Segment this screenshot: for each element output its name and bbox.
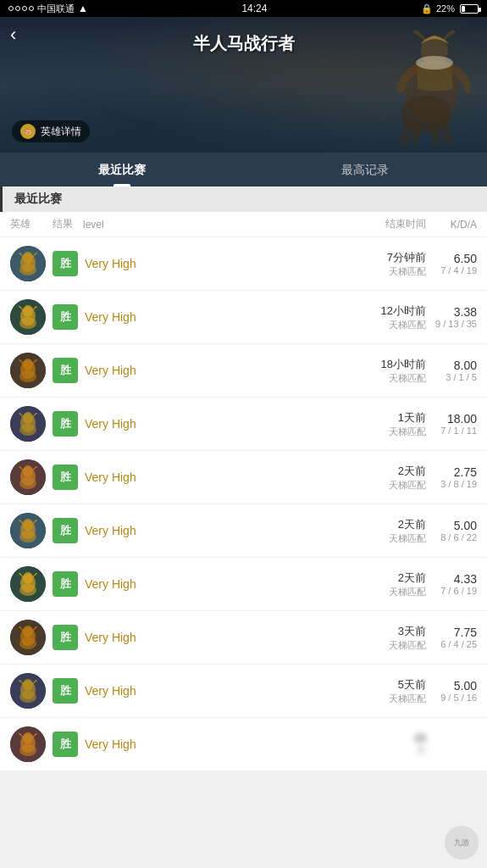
tab-recent[interactable]: 最近比赛	[0, 153, 244, 186]
match-time-block: 5天前 天梯匹配	[350, 677, 426, 705]
result-badge: 胜	[53, 304, 78, 330]
match-level: Very High	[85, 631, 350, 644]
match-time-main: 2天前	[350, 517, 426, 532]
match-level: Very High	[85, 364, 350, 377]
match-time-sub: 天梯匹配	[350, 586, 426, 598]
svg-point-42	[23, 732, 33, 744]
match-kda-block: 5.00 9 / 5 / 16	[426, 679, 477, 703]
match-time-sub: 天梯匹配	[350, 479, 426, 492]
match-time-main: 18小时前	[350, 357, 426, 372]
col-header-hero: 英雄	[10, 217, 53, 231]
svg-point-2	[416, 56, 453, 70]
match-kda-detail: 9 / 5 / 16	[426, 693, 477, 703]
svg-point-15	[19, 370, 36, 382]
signal-dot-3	[22, 6, 27, 11]
svg-point-7	[19, 264, 36, 275]
match-time-sub: 天	[350, 744, 426, 757]
hero-avatar	[10, 299, 46, 335]
signal-dot-1	[8, 6, 14, 11]
match-kda-ratio: 5.00	[426, 519, 477, 532]
hero-avatar	[10, 246, 46, 281]
hero-avatar	[10, 459, 46, 495]
hero-avatar	[10, 566, 46, 602]
battery-icon	[460, 4, 479, 14]
section-header: 最近比赛	[0, 186, 487, 212]
match-kda-ratio: 7.75	[426, 626, 477, 639]
svg-point-11	[19, 317, 36, 329]
wifi-icon: ▲	[78, 3, 88, 14]
table-row[interactable]: 胜 Very High 2天前 天梯匹配 5.00 8 / 6 / 22	[0, 504, 487, 558]
match-kda-detail: 3 / 1 / 5	[426, 372, 477, 382]
table-row[interactable]: 胜 Very High 15 天	[0, 718, 487, 771]
battery-percent: 22%	[436, 3, 455, 14]
hero-banner: ‹ 半人马战行者 🐵 英雄详情	[0, 17, 487, 153]
watermark: 九游	[445, 826, 479, 860]
svg-point-30	[23, 572, 33, 584]
tab-best[interactable]: 最高记录	[244, 153, 488, 186]
match-kda-detail: 6 / 4 / 25	[426, 639, 477, 649]
match-time-sub: 天梯匹配	[350, 372, 426, 385]
svg-point-23	[19, 477, 36, 489]
match-time-sub: 天梯匹配	[350, 693, 426, 705]
match-kda-detail: 7 / 1 / 11	[426, 426, 477, 436]
match-time-sub: 天梯匹配	[350, 532, 426, 545]
match-time-block: 1天前 天梯匹配	[350, 410, 426, 438]
battery-fill	[462, 6, 465, 12]
match-kda-ratio: 4.33	[426, 572, 477, 586]
match-kda-block: 4.33 7 / 6 / 19	[426, 572, 477, 596]
table-row[interactable]: 胜 Very High 2天前 天梯匹配 2.75 3 / 8 / 19	[0, 451, 487, 504]
match-time-main: 12小时前	[350, 303, 426, 319]
hero-avatar	[10, 513, 46, 548]
match-time-sub: 天梯匹配	[350, 639, 426, 652]
hero-title: 半人马战行者	[193, 32, 295, 55]
table-row[interactable]: 胜 Very High 1天前 天梯匹配 18.00 7 / 1 / 11	[0, 398, 487, 451]
match-level: Very High	[85, 737, 350, 751]
svg-point-35	[19, 637, 36, 649]
result-badge: 胜	[53, 251, 78, 276]
lock-icon: 🔒	[421, 3, 433, 14]
hero-badge[interactable]: 🐵 英雄详情	[12, 120, 90, 142]
match-time-main: 15	[350, 732, 426, 744]
match-time-sub: 天梯匹配	[350, 265, 426, 278]
hero-avatar	[10, 620, 46, 655]
svg-point-34	[23, 626, 33, 637]
result-badge: 胜	[53, 625, 78, 650]
hero-figure	[368, 25, 470, 144]
carrier-name: 中国联通	[37, 3, 75, 15]
match-time-main: 2天前	[350, 570, 426, 586]
table-row[interactable]: 胜 Very High 18小时前 天梯匹配 8.00 3 / 1 / 5	[0, 344, 487, 398]
match-level: Very High	[85, 417, 350, 431]
table-row[interactable]: 胜 Very High 7分钟前 天梯匹配 6.50 7 / 4 / 19	[0, 237, 487, 291]
match-time-block: 2天前 天梯匹配	[350, 517, 426, 545]
table-row[interactable]: 胜 Very High 2天前 天梯匹配 4.33 7 / 6 / 19	[0, 558, 487, 611]
col-header-kda: K/D/A	[426, 219, 477, 231]
col-header-level: level	[83, 219, 350, 231]
table-row[interactable]: 胜 Very High 5天前 天梯匹配 5.00 9 / 5 / 16	[0, 665, 487, 718]
match-time-sub: 天梯匹配	[350, 319, 426, 331]
match-kda-block: 5.00 8 / 6 / 22	[426, 519, 477, 542]
match-level: Very High	[85, 310, 350, 324]
match-time-main: 2天前	[350, 464, 426, 479]
signal-dots	[8, 6, 34, 11]
status-time: 14:24	[241, 3, 267, 14]
match-time-block: 2天前 天梯匹配	[350, 570, 426, 598]
hero-avatar	[10, 726, 46, 762]
result-badge: 胜	[53, 732, 78, 757]
match-kda-detail: 3 / 8 / 19	[426, 479, 477, 489]
status-bar: 中国联通 ▲ 14:24 🔒 22%	[0, 0, 487, 17]
tabs-container: 最近比赛 最高记录	[0, 153, 487, 186]
match-kda-block: 7.75 6 / 4 / 25	[426, 626, 477, 649]
match-kda-ratio: 5.00	[426, 679, 477, 693]
hero-avatar	[10, 353, 46, 388]
match-time-block: 15 天	[350, 732, 426, 757]
table-row[interactable]: 胜 Very High 3天前 天梯匹配 7.75 6 / 4 / 25	[0, 611, 487, 665]
match-time-block: 3天前 天梯匹配	[350, 624, 426, 652]
col-header-result: 结果	[53, 217, 83, 231]
match-kda-ratio: 3.38	[426, 305, 477, 319]
table-row[interactable]: 胜 Very High 12小时前 天梯匹配 3.38 9 / 13 / 35	[0, 291, 487, 344]
back-button[interactable]: ‹	[10, 24, 16, 46]
match-kda-ratio: 18.00	[426, 412, 477, 426]
match-level: Very High	[85, 524, 350, 537]
svg-point-6	[23, 252, 33, 264]
result-badge: 胜	[53, 678, 78, 704]
